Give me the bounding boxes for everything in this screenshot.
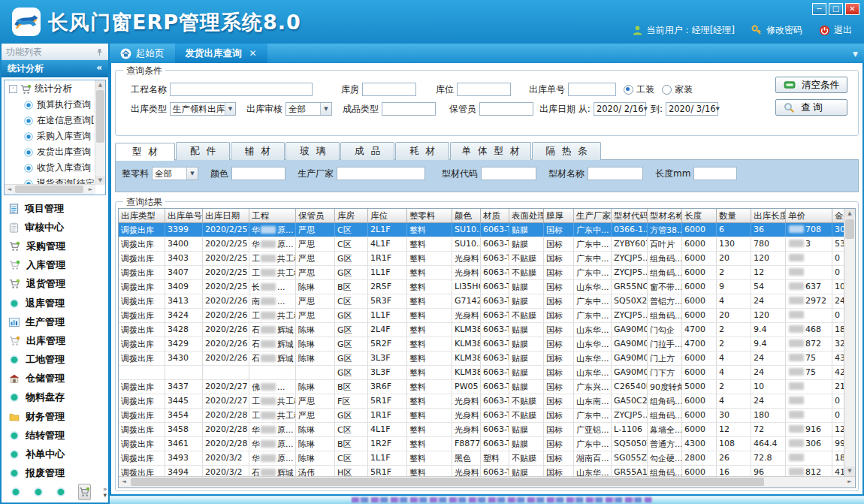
table-row[interactable]: G区3L3F整料KLM38176063-T5贴膜国标山东华...GA90M09.…	[119, 366, 855, 380]
table-row[interactable]: 调拨出库34282020/2/26石辉城陈琳G区2L4F整料KLM3817606…	[119, 323, 855, 337]
sidebar-item-补单中心[interactable]: 补单中心	[9, 448, 108, 461]
sidebar-item-财务管理[interactable]: 财务管理	[9, 410, 108, 424]
sidebar-item-采购管理[interactable]: 采购管理	[9, 240, 108, 253]
column-header-表面处理[interactable]: 表面处理	[509, 209, 544, 222]
part-select[interactable]: 全部▼	[152, 167, 198, 180]
cart-quick-button[interactable]	[78, 484, 91, 500]
table-vertical-scrollbar[interactable]: ▲ ▼	[844, 209, 855, 476]
column-header-型材代码[interactable]: 型材代码	[612, 209, 648, 222]
table-row[interactable]: 调拨出库34942020/3/2石辉城汤伟H区5R1F整料光身料6063-T5贴…	[119, 466, 855, 476]
material-tab-耗材[interactable]: 耗材	[395, 142, 449, 160]
sidebar-item-退库管理[interactable]: 退库管理	[9, 297, 108, 310]
tree-item-采购入库查询[interactable]: 采购入库查询	[5, 128, 95, 144]
column-header-颜色[interactable]: 颜色	[452, 209, 481, 222]
table-row[interactable]: 调拨出库34372020/2/27佛...陈琳B区3R6F整料PW056063-…	[119, 380, 855, 394]
code-input[interactable]	[481, 167, 536, 180]
sidebar-item-出库管理[interactable]: 出库管理	[9, 334, 108, 348]
table-row[interactable]: 调拨出库34292020/2/26石辉城陈琳G区5R2F整料KLM3817606…	[119, 337, 855, 352]
column-header-材质[interactable]: 材质	[481, 209, 509, 222]
sidebar-item-退货管理[interactable]: 退货管理	[9, 277, 108, 291]
column-header-生产厂家[interactable]: 生产厂家	[574, 209, 612, 222]
project-name-input[interactable]	[170, 83, 313, 96]
material-tab-辅材[interactable]: 辅材	[231, 142, 285, 160]
sidebar-item-结转管理[interactable]: 结转管理	[9, 429, 108, 442]
table-row[interactable]: 调拨出库34132020/2/26南...严思C区5R3F整料G71422606…	[119, 294, 855, 309]
pin-icon[interactable]	[95, 48, 104, 56]
minimize-button[interactable]: ─	[812, 3, 826, 15]
clear-conditions-button[interactable]: 清空条件	[775, 77, 847, 93]
dot-icon[interactable]	[33, 487, 44, 497]
scroll-up-icon[interactable]: ▲	[95, 80, 105, 89]
color-input[interactable]	[231, 167, 285, 180]
column-header-型材名称[interactable]: 型材名称	[648, 209, 682, 222]
table-horizontal-scrollbar[interactable]: ◄ ►	[119, 476, 855, 487]
order-no-input[interactable]	[568, 83, 616, 96]
tree-vertical-scrollbar[interactable]: ▲ ▼	[95, 80, 105, 185]
column-header-库位[interactable]: 库位	[368, 209, 407, 222]
scroll-down-icon[interactable]: ▼	[844, 466, 855, 476]
column-header-工程[interactable]: 工程	[249, 209, 296, 222]
dot-icon[interactable]	[56, 487, 66, 497]
name-input[interactable]	[588, 167, 643, 180]
sidebar-item-物料盘存[interactable]: 物料盘存	[9, 391, 108, 404]
tab-发货出库查询[interactable]: 发货出库查询✕	[175, 44, 267, 63]
column-header-整零料[interactable]: 整零料	[407, 209, 452, 222]
close-tab-icon[interactable]: ✕	[249, 48, 257, 59]
warehouse-input[interactable]	[362, 83, 416, 96]
search-button[interactable]: 查 询	[775, 99, 847, 116]
collapse-icon[interactable]: «	[96, 62, 102, 77]
sidebar-item-工地管理[interactable]: 工地管理	[9, 353, 108, 367]
table-row[interactable]: 调拨出库34242020/2/26工共工程严思G区1L1F整料光身料6063-T…	[119, 309, 855, 323]
date-to-select[interactable]: 2020/ 3/16▼	[666, 102, 718, 116]
material-tab-隔热条[interactable]: 隔热条	[532, 142, 601, 160]
table-row[interactable]: 调拨出库34612020/2/28华原...陈琳B区1R2F整料F8877FT6…	[119, 437, 855, 451]
sidebar-group-header[interactable]: 统计分析 «	[2, 60, 108, 77]
column-header-出库类型[interactable]: 出库类型	[119, 209, 165, 222]
tree-horizontal-scrollbar[interactable]: ◄ ►	[5, 184, 95, 195]
logout-button[interactable]: 退出	[819, 24, 852, 37]
scroll-right-icon[interactable]: ►	[844, 477, 855, 487]
tree-root-statistics[interactable]: - 统计分析	[5, 80, 95, 97]
dot-icon[interactable]	[11, 487, 21, 497]
maximize-button[interactable]: □	[829, 3, 843, 15]
column-header-出库长度[interactable]: 出库长度	[751, 209, 786, 222]
tabstrip-dropdown-icon[interactable]: ▼	[853, 50, 858, 58]
column-header-单价[interactable]: 单价	[786, 209, 832, 222]
table-row[interactable]: 调拨出库34582020/2/28华原...陈琳C区4L1F整料光身料6063-…	[119, 423, 855, 437]
table-row[interactable]: 调拨出库34032020/2/25工共工程严思G区1R1F整料光身料6063-T…	[119, 252, 855, 266]
table-row[interactable]: 调拨出库34302020/2/26石辉城陈琳G区3L3F整料KLM3817606…	[119, 352, 855, 366]
table-row[interactable]: 调拨出库34932020/3/2华原...陈琳C区1L1F整料黑色塑料不贴膜国标…	[119, 451, 855, 466]
date-from-select[interactable]: 2020/ 2/16▼	[594, 102, 646, 116]
material-tab-单体型材[interactable]: 单体型材	[450, 142, 531, 160]
tab-起始页[interactable]: 起始页	[110, 44, 175, 63]
close-button[interactable]: ✕	[845, 3, 859, 15]
column-header-出库日期[interactable]: 出库日期	[203, 209, 249, 222]
sidebar-overflow-button[interactable]: »▾	[103, 486, 107, 498]
location-input[interactable]	[457, 83, 511, 96]
product-type-input[interactable]	[382, 102, 436, 116]
table-row[interactable]: 调拨出库34542020/2/28工共工程严思G区1R1F整料光身料6063-T…	[119, 409, 855, 423]
material-tab-型材[interactable]: 型材	[115, 143, 175, 161]
column-header-膜厚[interactable]: 膜厚	[544, 209, 574, 222]
sidebar-item-项目管理[interactable]: 项目管理	[9, 202, 108, 216]
tree-expander-icon[interactable]: -	[9, 85, 17, 93]
length-input[interactable]	[693, 167, 737, 180]
tree-item-发货出库查询[interactable]: 发货出库查询	[5, 144, 95, 160]
tree-item-预算执行查询[interactable]: 预算执行查询	[5, 97, 95, 113]
scroll-up-icon[interactable]: ▲	[844, 209, 855, 219]
table-row[interactable]: 调拨出库34072020/2/25工共工程严思G区1L1F整料光身料6063-T…	[119, 266, 855, 280]
column-header-长度[interactable]: 长度	[682, 209, 717, 222]
material-tab-配件[interactable]: 配件	[176, 142, 230, 160]
table-row[interactable]: 调拨出库34002020/2/25华原...严思C区4L1F整料SU10...6…	[119, 237, 855, 252]
scroll-down-icon[interactable]: ▼	[95, 176, 105, 185]
scroll-left-icon[interactable]: ◄	[119, 477, 129, 487]
table-row[interactable]: 调拨出库34452020/2/27工共工程严思F区5R1F整料光身料6063-T…	[119, 394, 855, 409]
tree-item-收货入库查询[interactable]: 收货入库查询	[5, 160, 95, 176]
sidebar-item-仓储管理[interactable]: 仓储管理	[9, 372, 108, 385]
keeper-input[interactable]	[479, 102, 533, 116]
column-header-保管员[interactable]: 保管员	[296, 209, 335, 222]
scroll-right-icon[interactable]: ►	[86, 185, 95, 195]
scroll-left-icon[interactable]: ◄	[5, 185, 14, 195]
column-header-出库单号[interactable]: 出库单号	[165, 209, 203, 222]
column-header-库房[interactable]: 库房	[335, 209, 368, 222]
